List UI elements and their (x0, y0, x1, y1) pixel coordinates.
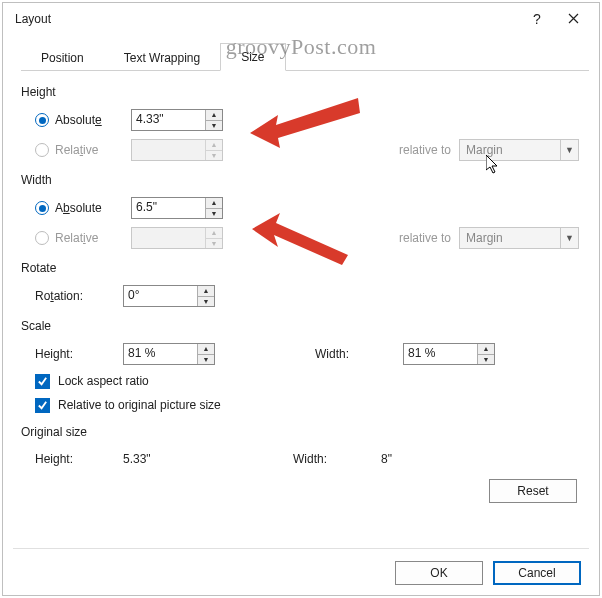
width-relative-label: Relative (55, 231, 131, 245)
spin-up-icon[interactable]: ▲ (198, 286, 214, 297)
chevron-down-icon: ▼ (560, 140, 578, 160)
height-relative-spinbox: ▲▼ (131, 139, 223, 161)
spin-down-icon[interactable]: ▼ (478, 355, 494, 365)
tab-bar: Position Text Wrapping Size (21, 41, 589, 71)
close-button[interactable] (555, 11, 591, 27)
scale-height-spinbox[interactable]: 81 % ▲▼ (123, 343, 215, 365)
separator (13, 548, 589, 549)
width-relative-radio[interactable] (35, 231, 49, 245)
width-relative-to-combo: Margin ▼ (459, 227, 579, 249)
height-absolute-label: Absolute (55, 113, 131, 127)
width-relative-to-label: relative to (399, 231, 451, 245)
window-title: Layout (15, 12, 519, 26)
height-relative-to-label: relative to (399, 143, 451, 157)
spin-up-icon[interactable]: ▲ (198, 344, 214, 355)
section-height: Height (21, 85, 579, 99)
spin-down-icon[interactable]: ▼ (198, 297, 214, 307)
spin-up-icon: ▲ (206, 140, 222, 151)
height-relative-label: Relative (55, 143, 131, 157)
spin-down-icon[interactable]: ▼ (198, 355, 214, 365)
scale-width-value[interactable]: 81 % (404, 344, 477, 364)
spin-up-icon[interactable]: ▲ (206, 110, 222, 121)
section-rotate: Rotate (21, 261, 579, 275)
rotation-label: Rotation: (35, 289, 123, 303)
spin-down-icon[interactable]: ▼ (206, 121, 222, 131)
section-scale: Scale (21, 319, 579, 333)
width-absolute-spinbox[interactable]: 6.5" ▲▼ (131, 197, 223, 219)
tab-size[interactable]: Size (220, 43, 285, 71)
section-original-size: Original size (21, 425, 579, 439)
help-button[interactable]: ? (519, 11, 555, 27)
scale-width-label: Width: (315, 347, 403, 361)
lock-aspect-ratio-label: Lock aspect ratio (58, 374, 149, 388)
spin-up-icon: ▲ (206, 228, 222, 239)
height-relative-to-combo: Margin ▼ (459, 139, 579, 161)
relative-to-original-checkbox[interactable] (35, 398, 50, 413)
chevron-down-icon: ▼ (560, 228, 578, 248)
rotation-spinbox[interactable]: 0° ▲▼ (123, 285, 215, 307)
spin-up-icon[interactable]: ▲ (478, 344, 494, 355)
rotation-value[interactable]: 0° (124, 286, 197, 306)
scale-height-value[interactable]: 81 % (124, 344, 197, 364)
original-width-value: 8" (381, 452, 551, 466)
original-width-label: Width: (293, 452, 381, 466)
tab-text-wrapping[interactable]: Text Wrapping (104, 45, 220, 71)
scale-width-spinbox[interactable]: 81 % ▲▼ (403, 343, 495, 365)
height-absolute-spinbox[interactable]: 4.33" ▲▼ (131, 109, 223, 131)
ok-button[interactable]: OK (395, 561, 483, 585)
relative-to-original-label: Relative to original picture size (58, 398, 221, 412)
spin-down-icon[interactable]: ▼ (206, 209, 222, 219)
reset-button[interactable]: Reset (489, 479, 577, 503)
width-absolute-radio[interactable] (35, 201, 49, 215)
spin-down-icon: ▼ (206, 239, 222, 249)
lock-aspect-ratio-checkbox[interactable] (35, 374, 50, 389)
spin-up-icon[interactable]: ▲ (206, 198, 222, 209)
width-absolute-value[interactable]: 6.5" (132, 198, 205, 218)
width-relative-spinbox: ▲▼ (131, 227, 223, 249)
original-height-value: 5.33" (123, 452, 293, 466)
scale-height-label: Height: (35, 347, 123, 361)
height-absolute-radio[interactable] (35, 113, 49, 127)
section-width: Width (21, 173, 579, 187)
width-absolute-label: Absolute (55, 201, 131, 215)
height-absolute-value[interactable]: 4.33" (132, 110, 205, 130)
original-height-label: Height: (35, 452, 123, 466)
tab-position[interactable]: Position (21, 45, 104, 71)
spin-down-icon: ▼ (206, 151, 222, 161)
cancel-button[interactable]: Cancel (493, 561, 581, 585)
height-relative-radio[interactable] (35, 143, 49, 157)
